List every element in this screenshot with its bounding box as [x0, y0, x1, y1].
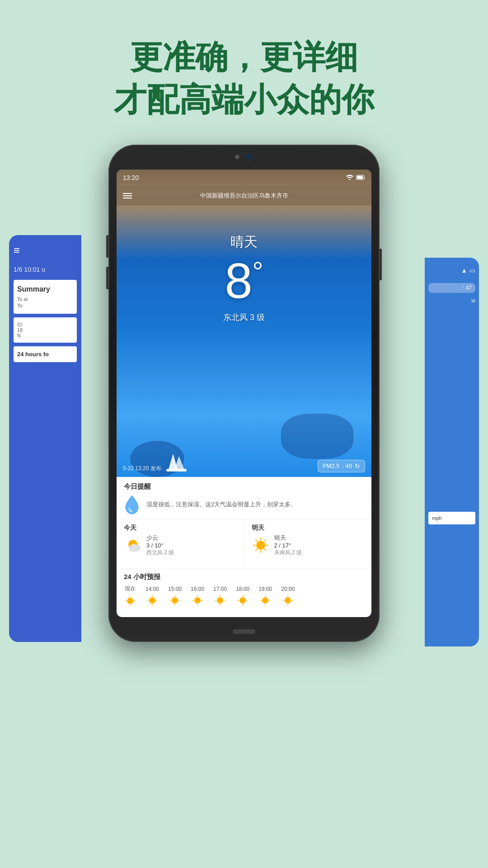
forecast-tomorrow-wind: 东南风 2 级 [274, 549, 302, 557]
forecast-today-temp: 3 / 10° [146, 542, 174, 549]
sunny-icon [252, 536, 270, 554]
tagline-line1: 更准确，更详细 [0, 36, 488, 79]
svg-point-44 [239, 597, 246, 604]
right-status-icons: ▲ ▭ [428, 267, 475, 274]
left-detail3: N [17, 333, 73, 338]
hours-row[interactable]: 现在 [117, 583, 371, 609]
phone-right: ▲ ▭ : 47 w mph [425, 258, 479, 646]
refresh-icon[interactable]: ↻ [355, 462, 360, 470]
svg-point-29 [172, 597, 178, 604]
power-button [380, 249, 382, 280]
hours-header: 24 小时预报 [117, 569, 371, 583]
weather-condition: 晴天 [117, 233, 371, 251]
pm-value: PM2.5：40 [323, 462, 352, 470]
status-bar: 13:20 [117, 170, 371, 186]
left-detail1: Cl [17, 322, 73, 327]
svg-point-49 [262, 597, 268, 604]
left-summary-section: Summary To el To [14, 280, 77, 314]
reminder-body: 湿度很低，注意保湿。这2天气温会明显上升，别穿太多。 [124, 495, 364, 514]
weather-main: 晴天 8° 东北风 3 级 [117, 233, 371, 323]
phone-screen: 13:20 [117, 170, 371, 617]
right-label-w: w [428, 297, 475, 304]
app-background: 更准确，更详细 才配高端小众的你 ≡ 1/6 10:01 u Summary T… [0, 0, 488, 868]
forecast-tomorrow-label: 明天 [252, 524, 264, 532]
svg-line-15 [255, 540, 257, 542]
forecast-row: 今天 [117, 519, 371, 569]
phone-left: ≡ 1/6 10:01 u Summary To el To Cl 18 N 2… [9, 235, 81, 642]
svg-point-19 [127, 598, 133, 604]
left-detail2: 18 [17, 327, 73, 333]
svg-line-16 [264, 549, 266, 551]
hour-item-17: 17:00 [213, 586, 227, 607]
left-menu-icon: ≡ [14, 244, 77, 257]
temp-degree: ° [253, 256, 263, 287]
left-today-section: Cl 18 N [14, 317, 77, 343]
wifi-icon [346, 175, 353, 181]
weather-cards: 今日提醒 湿度很低，注意保湿。这2天气温会明显上升，别穿太多。 [117, 477, 371, 617]
reminder-title: 今日提醒 [124, 482, 364, 491]
forecast-today: 今天 [117, 519, 244, 569]
svg-point-39 [217, 597, 223, 604]
location-text: 中国新疆维吾尔自治区乌鲁木齐市 [200, 192, 288, 200]
svg-point-10 [256, 541, 265, 550]
forecast-today-info: 少云 3 / 10° 西北风 2 级 [146, 534, 174, 557]
right-time-badge: : 47 [428, 283, 475, 293]
publish-time: 5-22 13:20 发布 [123, 465, 161, 472]
hour-item-20: 20:00 [281, 586, 295, 607]
forecast-tomorrow-condition: 晴天 [274, 534, 302, 542]
home-button[interactable] [233, 629, 255, 634]
top-bar: 中国新疆维吾尔自治区乌鲁木齐市 [117, 186, 371, 206]
status-time: 13:20 [123, 174, 139, 181]
volume-up-button [106, 235, 108, 258]
left-hours-label: 24 hours fo [17, 351, 73, 358]
forecast-today-wind: 西北风 2 级 [146, 549, 174, 557]
left-date: 1/6 10:01 u [14, 266, 77, 273]
left-to-label: To [17, 303, 73, 308]
svg-point-34 [194, 597, 201, 604]
forecast-tomorrow-icon-row: 晴天 2 / 17° 东南风 2 级 [252, 534, 302, 557]
front-camera [245, 153, 253, 161]
forecast-tomorrow-temp: 2 / 17° [274, 542, 302, 549]
water-drop-icon [124, 495, 140, 514]
hour-item-18: 18:00 [236, 586, 249, 607]
battery-icon [356, 175, 365, 181]
svg-rect-5 [357, 176, 363, 179]
phone-main: 13:20 [108, 145, 380, 642]
tagline-line2: 才配高端小众的你 [0, 79, 488, 121]
hour-item-15: 15:00 [168, 586, 182, 607]
volume-down-button [106, 267, 108, 289]
hour-item-19: 19:00 [258, 586, 272, 607]
forecast-tomorrow: 明天 [244, 519, 372, 569]
partly-cloudy-icon [124, 536, 142, 554]
right-mph-label: mph [432, 515, 472, 521]
svg-point-54 [285, 597, 291, 604]
ocean-depth2 [281, 414, 353, 459]
tagline-area: 更准确，更详细 才配高端小众的你 [0, 0, 488, 121]
pm-badge: PM2.5：40 ↻ [318, 460, 365, 472]
svg-point-24 [149, 597, 155, 604]
weather-wind: 东北风 3 级 [117, 312, 371, 323]
svg-line-17 [264, 540, 266, 542]
menu-hamburger-icon[interactable] [123, 193, 132, 198]
weather-temperature: 8° [117, 256, 371, 306]
bottom-bar: 5-22 13:20 发布 PM2.5：40 ↻ [117, 460, 371, 477]
forecast-tomorrow-info: 晴天 2 / 17° 东南风 2 级 [274, 534, 302, 557]
today-reminder: 今日提醒 湿度很低，注意保湿。这2天气温会明显上升，别穿太多。 [117, 477, 371, 519]
right-wifi-icon: ▲ [461, 267, 467, 274]
hour-item-14: 14:00 [145, 586, 159, 607]
status-icons [346, 175, 365, 181]
forecast-today-label: 今天 [124, 524, 136, 532]
camera-area [235, 153, 253, 161]
hour-item-now: 现在 [124, 585, 136, 607]
left-summary-title: Summary [17, 285, 73, 293]
right-battery-icon: ▭ [469, 267, 475, 274]
right-bottom-section: mph [428, 512, 475, 524]
reminder-text: 湿度很低，注意保湿。这2天气温会明显上升，别穿太多。 [146, 500, 296, 509]
temp-value: 8 [225, 253, 252, 308]
svg-line-18 [255, 549, 257, 551]
svg-rect-9 [130, 548, 138, 551]
phones-area: ≡ 1/6 10:01 u Summary To el To Cl 18 N 2… [0, 145, 488, 868]
speaker [235, 155, 239, 159]
forecast-today-icon-row: 少云 3 / 10° 西北风 2 级 [124, 534, 174, 557]
forecast-today-condition: 少云 [146, 534, 174, 542]
